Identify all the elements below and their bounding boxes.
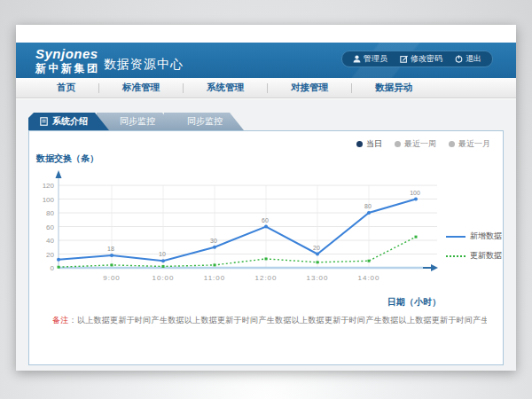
radio-label: 当日 xyxy=(366,138,382,150)
radio-label: 最近一周 xyxy=(404,138,436,150)
company-logo: Synjones 新中新集团 xyxy=(35,47,100,74)
svg-text:40: 40 xyxy=(46,237,54,245)
svg-text:80: 80 xyxy=(46,209,54,217)
svg-text:10: 10 xyxy=(159,251,166,257)
radio-today[interactable]: 当日 xyxy=(356,138,382,150)
svg-text:10:00: 10:00 xyxy=(152,274,174,282)
svg-text:100: 100 xyxy=(410,190,420,196)
main-nav: 首页 标准管理 系统管理 对接管理 数据异动 xyxy=(16,78,516,98)
logo-text-en: Synjones xyxy=(35,47,100,60)
logout-label: 退出 xyxy=(466,53,481,65)
svg-text:0: 0 xyxy=(51,264,55,272)
dotted-line-swatch-icon xyxy=(446,255,466,257)
content-area: 系统介绍 同步监控 同步监控 当日 最近一周 xyxy=(16,99,516,371)
svg-text:13:00: 13:00 xyxy=(306,274,328,282)
legend-item-updated-data: 更新数据 xyxy=(446,250,502,262)
tab-label: 同步监控 xyxy=(187,115,223,128)
svg-text:80: 80 xyxy=(364,203,372,209)
app-header: Synjones 新中新集团 数据资源中心 管理员 修改密码 xyxy=(16,43,516,78)
svg-text:20: 20 xyxy=(313,245,320,251)
footnote-label: 备注 xyxy=(52,316,69,325)
svg-text:14:00: 14:00 xyxy=(357,274,379,282)
nav-item-home[interactable]: 首页 xyxy=(34,82,98,94)
legend-label: 更新数据 xyxy=(470,250,502,262)
current-user-button[interactable]: 管理员 xyxy=(353,53,387,65)
radio-label: 最近一月 xyxy=(458,138,490,150)
radio-last-week[interactable]: 最近一周 xyxy=(395,138,436,150)
footnote: 备注：以上数据更新于时间产生数据以上数据更新于时间产生数据以上数据更新于时间产生… xyxy=(52,315,487,326)
nav-item-standard-mgmt[interactable]: 标准管理 xyxy=(99,82,183,94)
logout-button[interactable]: 退出 xyxy=(455,53,481,65)
nav-item-data-change[interactable]: 数据异动 xyxy=(352,82,435,94)
footnote-text: ：以上数据更新于时间产生数据以上数据更新于时间产生数据以上数据更新于时间产生数据… xyxy=(69,316,487,325)
power-icon xyxy=(455,55,463,63)
x-axis-title: 日期（小时） xyxy=(387,296,441,309)
change-password-button[interactable]: 修改密码 xyxy=(400,53,442,65)
radio-dot xyxy=(395,141,401,147)
app-window: Synjones 新中新集团 数据资源中心 管理员 修改密码 xyxy=(16,25,516,371)
svg-text:18: 18 xyxy=(107,246,114,252)
line-chart: 0204060801001209:0010:0011:0012:0013:001… xyxy=(29,156,503,316)
user-icon xyxy=(353,55,361,63)
svg-text:11:00: 11:00 xyxy=(204,274,225,282)
tab-system-intro[interactable]: 系统介绍 xyxy=(28,113,109,130)
edit-icon xyxy=(400,55,408,63)
nav-item-interface-mgmt[interactable]: 对接管理 xyxy=(268,82,351,94)
chart-legend: 新增数据 更新数据 xyxy=(446,231,502,270)
svg-text:9:00: 9:00 xyxy=(103,274,121,282)
line-swatch-icon xyxy=(446,236,466,238)
tab-label: 系统介绍 xyxy=(52,115,88,128)
tab-bar: 系统介绍 同步监控 同步监控 xyxy=(28,113,244,130)
radio-last-month[interactable]: 最近一月 xyxy=(449,138,490,150)
svg-text:20: 20 xyxy=(46,251,54,259)
radio-dot xyxy=(449,141,455,147)
change-password-label: 修改密码 xyxy=(411,53,442,65)
svg-text:30: 30 xyxy=(210,238,217,244)
time-range-selector: 当日 最近一周 最近一月 xyxy=(356,138,490,150)
legend-item-new-data: 新增数据 xyxy=(446,231,502,242)
nav-item-system-mgmt[interactable]: 系统管理 xyxy=(184,82,267,94)
document-icon xyxy=(40,117,48,126)
svg-text:100: 100 xyxy=(43,196,55,204)
svg-text:12:00: 12:00 xyxy=(254,274,277,282)
tab-label: 同步监控 xyxy=(120,115,155,128)
logo-text-cn: 新中新集团 xyxy=(35,63,100,74)
y-axis-title: 数据交换（条） xyxy=(36,153,98,165)
tab-sync-monitor-2[interactable]: 同步监控 xyxy=(164,113,244,130)
svg-text:60: 60 xyxy=(262,217,269,223)
current-user-label: 管理员 xyxy=(364,53,387,65)
svg-text:60: 60 xyxy=(46,223,54,231)
chart-panel: 当日 最近一周 最近一月 数据交换（条） 0204060801001209:00… xyxy=(28,130,504,365)
page-title: 数据资源中心 xyxy=(104,57,184,73)
user-toolbar: 管理员 修改密码 退出 xyxy=(341,51,493,67)
legend-label: 新增数据 xyxy=(470,231,502,242)
svg-text:120: 120 xyxy=(43,182,55,190)
radio-dot xyxy=(356,141,363,147)
